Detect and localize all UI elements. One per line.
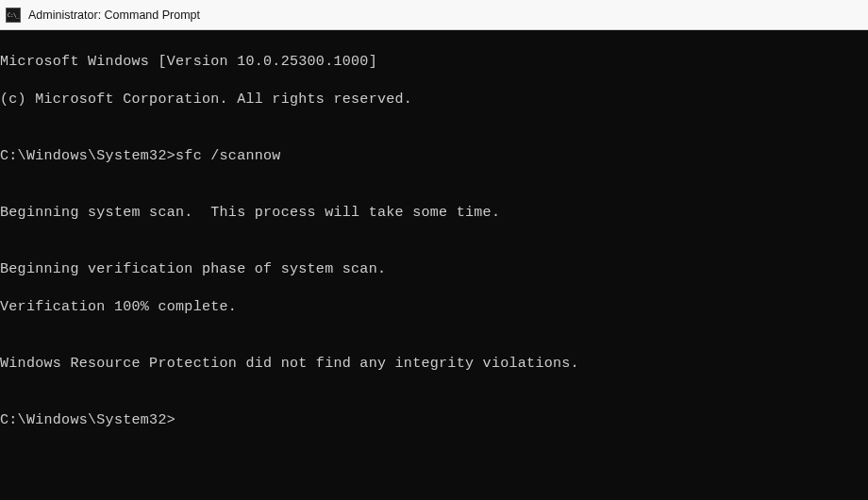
prompt-line: C:\Windows\System32>	[0, 411, 868, 430]
output-line: Beginning system scan. This process will…	[0, 204, 868, 223]
cmd-icon	[6, 8, 21, 23]
output-line: (c) Microsoft Corporation. All rights re…	[0, 91, 868, 109]
command-line: C:\Windows\System32>sfc /scannow	[0, 147, 868, 166]
output-line: Windows Resource Protection did not find…	[0, 355, 868, 374]
window-title: Administrator: Command Prompt	[28, 8, 200, 22]
prompt-text: C:\Windows\System32>	[0, 148, 175, 164]
titlebar[interactable]: Administrator: Command Prompt	[0, 0, 868, 30]
output-line: Verification 100% complete.	[0, 298, 868, 317]
terminal-output[interactable]: Microsoft Windows [Version 10.0.25300.10…	[0, 30, 868, 500]
output-line: Beginning verification phase of system s…	[0, 260, 868, 279]
command-text: sfc /scannow	[175, 148, 281, 164]
output-line: Microsoft Windows [Version 10.0.25300.10…	[0, 53, 868, 72]
